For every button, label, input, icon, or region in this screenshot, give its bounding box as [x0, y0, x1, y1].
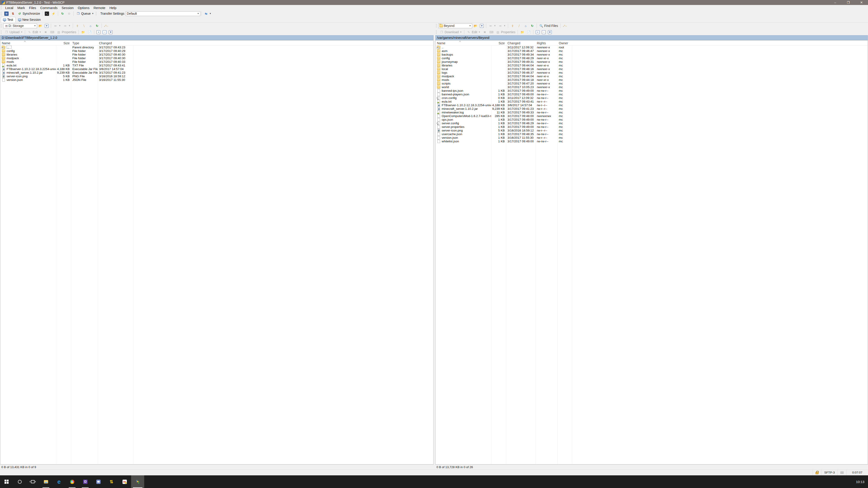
- file-row[interactable]: version.json1 KB3/16/2017 11:55:30rw-r--…: [436, 136, 868, 139]
- rename-button[interactable]: ⌨: [488, 29, 495, 35]
- select-files-button[interactable]: +: [535, 30, 541, 35]
- root-directory-button[interactable]: ⧹: [81, 23, 87, 29]
- start-button[interactable]: [0, 475, 13, 488]
- file-row[interactable]: FTBserver-1.10.2-12.18.3.2254-universal.…: [436, 103, 868, 107]
- open-terminal-button[interactable]: >_: [43, 11, 50, 17]
- back-button[interactable]: ⬅▼: [52, 23, 62, 29]
- properties-button[interactable]: ▤ Properties: [495, 29, 517, 35]
- refresh-panel-button[interactable]: ↻: [94, 23, 100, 29]
- menu-local[interactable]: Local: [3, 5, 16, 10]
- file-row[interactable]: logs3/17/2017 09:46:37rwxrwxr-xmc: [436, 71, 868, 74]
- refresh-button[interactable]: ↻: [59, 11, 66, 17]
- session-duration-cell[interactable]: 0:07:07: [846, 470, 868, 475]
- column-divider[interactable]: [557, 40, 558, 464]
- file-row[interactable]: local3/17/2017 09:48:16rwxrwxr-xmc: [436, 67, 868, 71]
- menu-options[interactable]: Options: [76, 5, 92, 10]
- column-header-owner[interactable]: Owner: [557, 41, 572, 45]
- taskbar-twitch[interactable]: [79, 475, 92, 488]
- unselect-files-button[interactable]: −: [541, 30, 547, 35]
- encryption-status-cell[interactable]: [813, 470, 821, 475]
- delete-button[interactable]: ✖: [42, 29, 49, 35]
- home-directory-button[interactable]: ⌂: [87, 23, 94, 29]
- select-same-extension-button[interactable]: ▼: [547, 30, 553, 35]
- menu-remote[interactable]: Remote: [92, 5, 107, 10]
- column-header-name[interactable]: Name: [436, 41, 491, 45]
- file-row[interactable]: banned-ips.json1 KB3/17/2017 09:49:00rw-…: [436, 89, 868, 92]
- column-divider[interactable]: [572, 40, 572, 464]
- transfer-settings-select[interactable]: Default ▼: [126, 11, 200, 16]
- find-files-button[interactable]: 🔍 Find Files: [538, 23, 559, 29]
- task-view-button[interactable]: [26, 475, 39, 488]
- file-row[interactable]: scripts3/17/2017 09:47:20rwxrwxr-xmc: [436, 82, 868, 85]
- taskbar-chrome[interactable]: [66, 475, 79, 488]
- file-row[interactable]: config3/17/2017 09:48:29rwxr-xr-xmc: [436, 56, 868, 60]
- minimize-button[interactable]: –: [829, 0, 842, 5]
- open-directory-button[interactable]: 📂: [37, 23, 43, 29]
- file-row[interactable]: asm3/17/2017 09:46:47rwxrwxr-xmc: [436, 49, 868, 53]
- file-row[interactable]: cron.config0 KB3/11/2017 12:09:32rw-rw-r…: [436, 96, 868, 100]
- tab-session-test[interactable]: Test: [1, 17, 16, 22]
- restore-button[interactable]: ❐: [842, 0, 855, 5]
- home-directory-button[interactable]: ⌂: [522, 23, 529, 29]
- back-button[interactable]: ⬅▼: [487, 23, 497, 29]
- compare-directories-button[interactable]: ⊞: [3, 11, 10, 17]
- file-row[interactable]: modsFile folder3/17/2017 09:40:33: [0, 60, 433, 64]
- parent-directory-button[interactable]: ⇧: [74, 23, 81, 29]
- taskbar-edge[interactable]: e: [53, 475, 66, 488]
- taskbar-discord[interactable]: [92, 475, 105, 488]
- filter-button[interactable]: ▼: [479, 23, 485, 29]
- file-row[interactable]: server.properties1 KB3/17/2017 09:49:00r…: [436, 125, 868, 129]
- file-row[interactable]: minetweaker.log11 KB3/17/2017 09:49:33rw…: [436, 110, 868, 114]
- file-row[interactable]: OpenComputersMod-1.6.2.7-lua53-nati...28…: [436, 114, 868, 118]
- local-drive-select[interactable]: ▤ D: Storage ▼: [3, 24, 37, 28]
- edit-button[interactable]: ✎ Edit ▼: [26, 29, 42, 35]
- file-row[interactable]: ops.json1 KB3/17/2017 09:49:00rw-rw-r--m…: [436, 118, 868, 121]
- file-row[interactable]: FTBserver-1.10.2-12.18.3.2254-universal.…: [0, 67, 433, 71]
- column-header-size[interactable]: Size: [56, 41, 71, 45]
- unselect-files-button[interactable]: −: [101, 30, 107, 35]
- taskbar-mirc[interactable]: m: [118, 475, 131, 488]
- menu-help[interactable]: Help: [107, 5, 119, 10]
- taskbar-winscp[interactable]: ⇧⇩: [131, 475, 144, 488]
- file-row[interactable]: minecraft_server.1.10.2.jar9,239 KBExecu…: [0, 71, 433, 74]
- file-row[interactable]: mods3/17/2017 09:44:18rwxr-xr-xmc: [436, 78, 868, 82]
- file-row[interactable]: journeymap3/17/2017 09:49:31rwxrwxr-xmc: [436, 60, 868, 64]
- column-divider[interactable]: [535, 40, 536, 464]
- file-row[interactable]: eula.txt1 KB3/17/2017 09:43:41rw-r--r--m…: [436, 100, 868, 103]
- synchronize-button[interactable]: ↺ Synchronize: [16, 11, 41, 17]
- file-row[interactable]: minecraft_server.1.10.2.jar9,239 KB3/17/…: [436, 107, 868, 110]
- file-row[interactable]: usercache.json1 KB3/17/2017 09:48:35rw-r…: [436, 132, 868, 136]
- file-row[interactable]: server.config1 KB3/17/2017 09:46:29rw-rw…: [436, 121, 868, 125]
- new-folder-button[interactable]: 📁: [519, 29, 526, 35]
- taskbar-clock[interactable]: 10:13: [852, 475, 868, 488]
- commit-changes-button[interactable]: ⇅: [10, 11, 16, 17]
- protocol-cell[interactable]: SFTP-3: [821, 470, 837, 475]
- delete-button[interactable]: ✖: [482, 29, 488, 35]
- file-row[interactable]: world3/17/2017 10:05:23rwxrwxr-xmc: [436, 85, 868, 89]
- file-row[interactable]: configFile folder3/17/2017 09:40:29: [0, 49, 433, 53]
- column-divider[interactable]: [506, 40, 506, 464]
- file-row[interactable]: modpack3/17/2017 09:44:04rwxr-xr-xmc: [436, 74, 868, 78]
- preferences-button[interactable]: ⚙: [66, 11, 72, 17]
- column-header-changed[interactable]: Changed: [506, 41, 535, 45]
- rename-button[interactable]: ⌨: [49, 29, 55, 35]
- menu-session[interactable]: Session: [60, 5, 76, 10]
- file-row[interactable]: server-icon.png5 KBPNG File3/16/2016 18:…: [0, 74, 433, 78]
- file-row[interactable]: ..3/11/2017 12:09:32rwxrwxr-xroot: [436, 45, 868, 49]
- menu-mark[interactable]: Mark: [16, 5, 27, 10]
- file-row[interactable]: version.json1 KBJSON File3/16/2017 11:55…: [0, 78, 433, 82]
- forward-button[interactable]: ➡▼: [62, 23, 72, 29]
- file-row[interactable]: backups3/17/2017 09:49:34rwxrwxr-xmc: [436, 53, 868, 56]
- open-console-button[interactable]: ⚡: [50, 11, 57, 17]
- new-file-button[interactable]: 📄: [526, 29, 532, 35]
- transfer-options-button[interactable]: ⇆ ▼: [203, 11, 213, 17]
- column-header-size[interactable]: Size: [491, 41, 506, 45]
- upload-button[interactable]: ❐ Upload ▼: [3, 29, 24, 35]
- root-directory-button[interactable]: ⧸: [516, 23, 522, 29]
- file-row[interactable]: libraries3/17/2017 09:44:04rwxr-xr-xmc: [436, 64, 868, 67]
- download-button[interactable]: ❐ Download ▼: [438, 29, 463, 35]
- file-row[interactable]: banned-players.json1 KB3/17/2017 09:49:0…: [436, 92, 868, 96]
- add-symlink-button[interactable]: ⤢▭: [103, 23, 110, 29]
- file-row[interactable]: eula.txt1 KBTXT File3/17/2017 09:43:41: [0, 64, 433, 67]
- column-divider[interactable]: [56, 40, 56, 464]
